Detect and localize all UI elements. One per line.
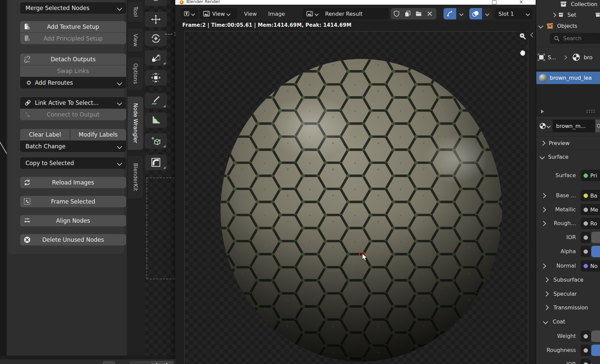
ior-socket-button[interactable] (581, 232, 591, 243)
resize-grip-icon[interactable] (586, 109, 595, 113)
open-image-button[interactable] (413, 8, 424, 19)
menu-image[interactable]: Image (265, 8, 288, 19)
modify-labels-button[interactable]: Modify Labels (70, 129, 126, 140)
editor-type-button[interactable] (180, 8, 198, 19)
align-nodes-button[interactable]: Align Nodes (20, 215, 126, 226)
add-texture-setup-button[interactable]: Add Texture Setup (20, 21, 126, 32)
subpanel-specular[interactable]: Specular (536, 288, 600, 299)
swap-links-label: Swap Links (20, 68, 126, 74)
expand-play-icon[interactable] (541, 110, 544, 114)
frame-selected-button[interactable]: Frame Selected (20, 196, 126, 207)
copy-to-selected-dropdown[interactable]: Copy to Selected (20, 157, 126, 169)
overlays-dropdown[interactable] (482, 8, 492, 19)
zoom-gizmo[interactable] (517, 30, 529, 42)
tab-options[interactable]: Options (127, 57, 143, 90)
coat-roughness-value-field[interactable] (591, 345, 600, 356)
unlink-image-button[interactable] (424, 8, 435, 19)
panel-preview[interactable]: Preview (536, 137, 600, 149)
outliner-search[interactable] (550, 33, 600, 44)
breadcrumb-object[interactable]: S... (548, 54, 556, 61)
delete-unused-nodes-button[interactable]: Delete Unused Nodes (20, 234, 126, 245)
material-name-field[interactable]: brown_m... (553, 120, 595, 132)
outliner-row-set[interactable]: Set (536, 9, 600, 20)
outliner-row-objects[interactable]: Objects (536, 20, 600, 31)
jump-segment[interactable] (129, 361, 151, 364)
weight-value-field[interactable] (591, 331, 600, 342)
annotate-tool-button[interactable] (145, 93, 167, 108)
new-image-button[interactable] (402, 8, 413, 19)
tab-view[interactable]: View (127, 28, 143, 52)
expand-right-icon[interactable] (551, 12, 556, 17)
prev-icon[interactable] (155, 363, 159, 364)
coat-roughness-socket-button[interactable] (581, 345, 591, 356)
normal-input[interactable]: No (581, 260, 600, 272)
add-cube-tool-button[interactable] (145, 133, 167, 149)
weight-socket-button[interactable] (581, 331, 591, 342)
breadcrumb-material[interactable]: bro (584, 54, 596, 61)
texture-node-icon (23, 23, 31, 30)
fake-user-button[interactable] (595, 120, 600, 132)
expand-right-icon (544, 291, 549, 296)
measure-tool-icon (151, 115, 161, 126)
jump-controls[interactable] (129, 361, 174, 364)
subpanel-subsurface[interactable]: Subsurface (536, 274, 600, 285)
select-tool-button[interactable] (145, 0, 167, 6)
material-slot-active[interactable]: brown_mud_lea (536, 72, 600, 84)
base-color-input[interactable]: Ba (581, 190, 600, 201)
window-titlebar[interactable]: Blender Render ✕ (175, 0, 536, 5)
move-tool-button[interactable] (145, 12, 167, 27)
expand-down-icon[interactable] (538, 23, 544, 28)
chevron-down-icon (117, 6, 122, 11)
scale-tool-button[interactable] (145, 50, 167, 66)
gizmos-toggle[interactable] (443, 8, 466, 19)
subpanel-coat[interactable]: Coat (536, 316, 600, 327)
gizmos-dropdown[interactable] (456, 8, 466, 19)
maximize-button[interactable] (492, 0, 496, 4)
alpha-socket-button[interactable] (581, 246, 591, 257)
batch-change-dropdown[interactable]: Batch Change (20, 141, 126, 152)
fake-user-shield-button[interactable] (391, 8, 402, 19)
tab-blenderkit[interactable]: BlenderKit (127, 155, 143, 199)
transform-tool-button[interactable] (145, 70, 167, 85)
rotate-tool-button[interactable] (145, 31, 167, 46)
link-active-dropdown[interactable]: Link Active To Select... (20, 97, 126, 108)
detach-outputs-label: Detach Outputs (20, 56, 126, 63)
image-browse-button[interactable] (303, 8, 321, 19)
delete-unused-label: Delete Unused Nodes (20, 236, 126, 243)
footer-button[interactable] (103, 361, 115, 364)
outliner-row-collection[interactable]: Collection (536, 0, 600, 9)
alpha-value-field[interactable] (591, 246, 600, 257)
annotate-tool-icon (151, 95, 161, 106)
merge-selected-nodes-dropdown[interactable]: Merge Selected Nodes (20, 2, 126, 14)
reload-images-button[interactable]: Reload Images (20, 177, 126, 188)
property-label: Rough... (536, 220, 576, 226)
coat-ior-socket-button[interactable] (581, 359, 591, 364)
corner-tool-button[interactable] (145, 155, 167, 170)
detach-outputs-button[interactable]: Detach Outputs (20, 54, 126, 65)
overlays-toggle[interactable] (469, 8, 492, 19)
display-mode-dropdown[interactable]: View (199, 8, 237, 19)
material-browse-button[interactable] (536, 120, 553, 132)
menu-view[interactable]: View (241, 8, 259, 19)
roughness-input[interactable]: Ro (581, 218, 600, 229)
pan-gizmo[interactable] (517, 47, 529, 59)
next-icon[interactable] (164, 363, 169, 364)
image-name-field[interactable]: Render Result (322, 8, 389, 19)
add-reroutes-dropdown[interactable]: Add Reroutes (20, 77, 126, 88)
surface-shader-input[interactable]: Pri (581, 170, 600, 181)
paint-cursor (356, 249, 370, 264)
measure-tool-button[interactable] (145, 113, 167, 128)
panel-surface[interactable]: Surface (536, 151, 600, 162)
ior-value-field[interactable] (591, 232, 600, 243)
node-editor-background (0, 0, 7, 356)
tab-node-wrangler[interactable]: Node Wrangler (127, 96, 143, 150)
tab-options-label: Options (132, 63, 139, 84)
search-input[interactable] (562, 35, 595, 42)
metallic-input[interactable]: Me (581, 204, 600, 215)
tab-tool[interactable]: Tool (127, 1, 143, 22)
close-button[interactable]: ✕ (519, 0, 523, 5)
properties-breadcrumb: S... bro (536, 51, 600, 64)
clear-label-button[interactable]: Clear Label (20, 129, 70, 140)
render-slot-dropdown[interactable]: Slot 1 (495, 8, 533, 19)
subpanel-transmission[interactable]: Transmission (536, 302, 600, 313)
